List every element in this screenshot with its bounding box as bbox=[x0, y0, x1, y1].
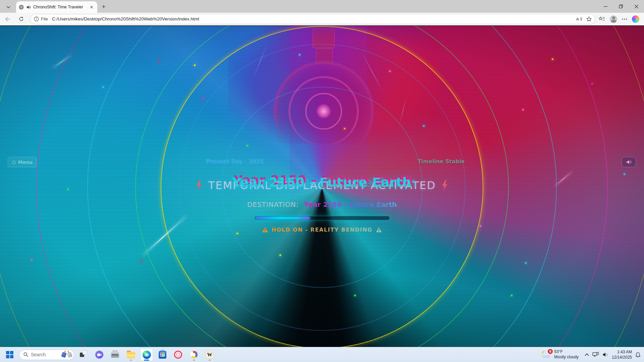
tab-search-button[interactable] bbox=[3, 2, 14, 12]
warning-text: HOLD ON - REALITY BENDING bbox=[272, 227, 372, 233]
window-minimize-button[interactable] bbox=[598, 0, 613, 13]
running-indicator bbox=[193, 360, 195, 361]
badge-app-icon bbox=[111, 352, 119, 358]
microsoft-store-icon bbox=[159, 351, 166, 359]
protocol-label: File bbox=[41, 16, 48, 21]
taskbar-app-w[interactable]: W bbox=[203, 348, 216, 361]
profile-avatar[interactable] bbox=[610, 15, 617, 23]
clock-time: 1:43 AM bbox=[612, 349, 632, 355]
tab-audio-icon[interactable] bbox=[26, 5, 31, 9]
hidden-icons-chevron[interactable] bbox=[585, 353, 589, 356]
lightning-bolt-icon bbox=[441, 180, 448, 191]
favorite-star-icon[interactable] bbox=[586, 16, 592, 21]
running-indicator bbox=[209, 360, 211, 361]
globe-favicon-icon bbox=[19, 5, 24, 10]
dreidel-decoration-icon bbox=[61, 352, 67, 358]
taskbar-app-badge[interactable] bbox=[109, 348, 121, 361]
video-chat-app-icon bbox=[95, 351, 103, 359]
svg-text:A: A bbox=[576, 17, 579, 21]
weather-temp: 53°F bbox=[554, 349, 579, 355]
search-input[interactable] bbox=[31, 352, 59, 357]
window-restore-button[interactable] bbox=[613, 0, 629, 13]
address-bar[interactable]: File C:/Users/mikes/Desktop/Chrono%20Shi… bbox=[30, 14, 595, 24]
timeline-status: Timeline Stable bbox=[418, 158, 465, 165]
info-icon[interactable] bbox=[34, 16, 39, 21]
rings-browser-icon bbox=[174, 351, 182, 359]
edge-browser-icon bbox=[143, 351, 151, 359]
destination-row: DESTINATION: Year 2150 - Future Earth bbox=[0, 200, 644, 208]
system-tray: 6 53°F Mostly cloudy 1:43 AM 12/14/2025 bbox=[539, 348, 641, 361]
taskbar-microsoft-store[interactable] bbox=[156, 348, 169, 361]
weather-icon: 6 bbox=[541, 350, 551, 359]
taskbar-edge[interactable] bbox=[140, 348, 153, 361]
tab-close-button[interactable]: ✕ bbox=[89, 4, 95, 10]
glitch-headline: TEMPORAL DISPLACEMENT ACTIVATED Year 215… bbox=[0, 177, 644, 193]
chevron-down-icon bbox=[6, 6, 10, 8]
weather-condition: Mostly cloudy bbox=[554, 355, 579, 360]
running-indicator bbox=[130, 360, 132, 361]
taskbar-file-explorer[interactable] bbox=[124, 348, 137, 361]
menu-button[interactable]: Menu bbox=[8, 157, 37, 167]
taskbar-app-rings[interactable] bbox=[172, 348, 184, 361]
warning-triangle-icon bbox=[262, 227, 268, 233]
menu-button-label: Menu bbox=[18, 160, 33, 165]
shield-app-icon bbox=[190, 351, 198, 359]
windows-taskbar: W 6 53°F Mostly cloudy 1:43 AM 12/14/202… bbox=[0, 347, 644, 362]
active-tab[interactable]: ChronoShift: Time Traveler ✕ bbox=[16, 1, 97, 13]
back-button[interactable] bbox=[2, 14, 13, 24]
taskbar-app-squares[interactable] bbox=[77, 348, 90, 361]
weather-notification-badge: 6 bbox=[548, 349, 553, 354]
clock-date: 12/14/2025 bbox=[612, 355, 632, 360]
chronoshift-app: Menu Present Day - 2025 Timeline Stable … bbox=[0, 26, 644, 347]
current-era-status: Present Day - 2025 bbox=[206, 158, 264, 165]
taskbar-clock[interactable]: 1:43 AM 12/14/2025 bbox=[612, 349, 632, 360]
volume-icon[interactable] bbox=[602, 352, 608, 357]
warning-triangle-icon bbox=[376, 227, 382, 233]
refresh-button[interactable] bbox=[15, 14, 27, 24]
sound-toggle-button[interactable] bbox=[622, 157, 636, 167]
favorites-bar-icon[interactable] bbox=[599, 16, 605, 21]
tab-title: ChronoShift: Time Traveler bbox=[33, 5, 86, 9]
taskbar-app-shield[interactable] bbox=[187, 348, 200, 361]
settings-menu-icon[interactable] bbox=[622, 18, 627, 20]
taskbar-search-box[interactable] bbox=[19, 350, 74, 360]
w-app-icon: W bbox=[206, 351, 214, 359]
warning-row: HOLD ON - REALITY BENDING bbox=[0, 227, 644, 233]
file-explorer-icon bbox=[127, 352, 135, 358]
jump-progress-bar bbox=[254, 216, 390, 220]
window-close-button[interactable] bbox=[629, 0, 644, 13]
windows-logo-icon bbox=[6, 351, 13, 358]
destination-label: DESTINATION: bbox=[247, 200, 299, 208]
read-aloud-icon[interactable]: A bbox=[576, 17, 582, 21]
speaker-icon bbox=[626, 160, 632, 165]
home-icon bbox=[12, 160, 16, 164]
search-icon bbox=[23, 352, 28, 357]
jump-status-panel: TEMPORAL DISPLACEMENT ACTIVATED Year 215… bbox=[0, 177, 644, 233]
lightning-bolt-icon bbox=[196, 180, 203, 191]
weather-widget[interactable]: 6 53°F Mostly cloudy bbox=[539, 348, 581, 361]
active-indicator bbox=[144, 360, 149, 361]
notification-bell-icon[interactable] bbox=[635, 352, 641, 358]
hud-bar: Menu Present Day - 2025 Timeline Stable bbox=[0, 157, 644, 168]
dreidel-decoration-icon bbox=[67, 352, 73, 358]
new-tab-button[interactable]: + bbox=[99, 2, 109, 11]
url-text[interactable]: C:/Users/mikes/Desktop/Chrono%20Shift%20… bbox=[52, 16, 576, 21]
start-button[interactable] bbox=[3, 348, 16, 361]
squares-app-icon-front bbox=[83, 350, 87, 355]
copilot-icon[interactable] bbox=[632, 15, 639, 23]
browser-tabstrip: ChronoShift: Time Traveler ✕ + bbox=[0, 0, 644, 13]
network-icon[interactable] bbox=[592, 352, 599, 357]
browser-toolbar: File C:/Users/mikes/Desktop/Chrono%20Shi… bbox=[0, 13, 644, 25]
taskbar-app-video-chat[interactable] bbox=[93, 348, 106, 361]
destination-value: Year 2150 - Future Earth bbox=[304, 200, 397, 208]
glitch-overlay-text: Year 2150 - Future Earth bbox=[232, 175, 412, 190]
jump-progress-fill bbox=[255, 217, 310, 220]
